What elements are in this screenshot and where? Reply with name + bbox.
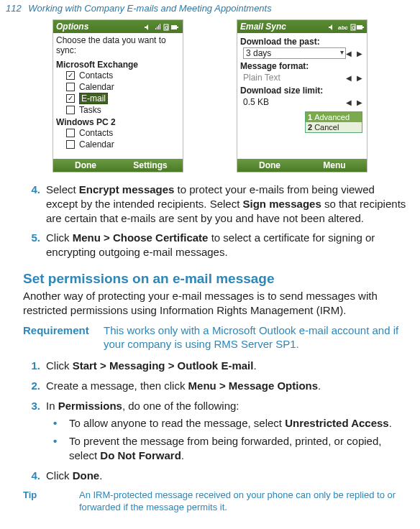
tip-value: An IRM-protected message received on you… [79,489,407,513]
download-past-field[interactable]: 3 days ◀ ▶ [243,47,364,60]
text: Click [46,469,73,482]
dropdown-value[interactable]: 3 days [243,47,346,59]
item-label: Contacts [79,70,113,80]
list-item[interactable]: Tasks [66,104,180,116]
step-1: 1. Click Start > Messaging > Outlook E-m… [43,359,407,373]
menu-item-advanced[interactable]: 1Advanced [306,112,362,122]
step-number: 1. [23,359,40,373]
checkbox-icon[interactable] [66,71,75,80]
step-3: 3. In Permissions, do one of the followi… [43,399,407,463]
softkey-done[interactable]: Done [53,159,118,172]
spinner-arrows-icon[interactable]: ◀ ▶ [346,98,364,106]
phone-titlebar: Email Sync abc G [237,20,367,33]
svg-text:G: G [352,25,356,30]
text: Click [46,231,73,244]
checkbox-icon[interactable] [66,83,75,91]
checkbox-icon[interactable] [66,106,75,114]
menu-num: 2 [308,123,312,132]
requirement-value: This works only with a Microsoft Outlook… [104,323,407,352]
section-windows-pc2: Windows PC 2 [56,117,180,127]
steps-list-top: 4. Select Encrypt messages to protect yo… [23,183,407,259]
checkbox-icon[interactable] [66,140,75,149]
step-number: 4. [23,183,40,197]
menu-label: Advanced [314,113,350,121]
bold-text: Done [73,469,100,482]
phone-body: Choose the data you want to sync: Micros… [53,33,183,159]
text: . [99,469,102,482]
page-number: 112 [6,3,22,14]
list-item[interactable]: Contacts [66,127,180,139]
softkey-menu[interactable]: Menu [302,159,367,172]
softkey-bar: Done Menu [237,159,367,172]
screenshot-row: Options G Choose the data you want to sy… [6,19,414,172]
tip-note: Tip An IRM-protected message received on… [23,489,407,513]
text: . [181,449,184,461]
sync-instruction: Choose the data you want to sync: [56,35,180,55]
step-number: 3. [23,399,40,413]
bold-text: Encrypt messages [79,183,175,196]
phone-body: Download the past: 3 days ◀ ▶ Message fo… [237,33,367,159]
requirement-note: Requirement This works only with a Micro… [23,323,407,352]
page-header: 112 Working with Company E-mails and Mee… [6,3,414,14]
popup-menu-area: 1Advanced 2Cancel [240,109,364,133]
softkey-bar: Done Settings [53,159,183,172]
step-number: 4. [23,469,40,483]
svg-rect-8 [362,27,364,28]
list-item[interactable]: Calendar [66,139,180,150]
svg-rect-3 [177,27,178,28]
text: . [318,380,321,392]
download-size-field[interactable]: 0.5 KB ◀ ▶ [243,96,364,109]
text: Create a message, then click [46,380,188,392]
list-item[interactable]: Calendar [66,81,180,93]
svg-text:G: G [165,25,169,30]
step-2: 2. Create a message, then click Menu > M… [43,379,407,393]
requirement-key: Requirement [23,323,104,352]
bold-text: Menu > Message Options [188,380,318,392]
svg-rect-2 [171,25,177,29]
softkey-settings[interactable]: Settings [118,159,183,172]
step-number: 5. [23,231,40,245]
sound-icon [328,23,335,30]
bullet-list: To allow anyone to read the message, sel… [46,416,407,463]
spinner-arrows-icon[interactable]: ◀ ▶ [346,50,364,58]
list-item[interactable]: Contacts [66,70,180,81]
menu-num: 1 [308,113,312,121]
sound-icon [144,23,151,30]
bold-text: Permissions [58,400,122,412]
popup-menu: 1Advanced 2Cancel [305,111,362,133]
field-label: Download size limit: [240,86,364,96]
item-label: Contacts [79,128,113,138]
step-number: 2. [23,379,40,393]
svg-text:abc: abc [338,24,348,31]
item-label: Calendar [79,139,114,150]
checkbox-icon[interactable] [66,129,75,137]
item-label: Tasks [79,105,101,115]
section-paragraph: Another way of protecting your e-mail me… [23,289,407,318]
text: . [389,417,392,429]
tip-key: Tip [23,489,79,513]
field-label: Download the past: [240,37,364,47]
svg-rect-7 [357,25,362,29]
field-value: Plain Text [243,73,346,83]
bold-text: Sign messages [243,198,321,210]
item-label: Calendar [79,82,114,92]
steps-list-permissions: 1. Click Start > Messaging > Outlook E-m… [23,359,407,483]
softkey-done[interactable]: Done [237,159,302,172]
checkbox-icon[interactable] [66,94,75,103]
message-format-field[interactable]: Plain Text ◀ ▶ [243,71,364,84]
bold-text: Do Not Forward [100,449,181,461]
document-body: 4. Select Encrypt messages to protect yo… [6,183,414,513]
section-microsoft-exchange: Microsoft Exchange [56,60,180,70]
list-item[interactable]: E-mail [66,93,180,104]
page-header-title: Working with Company E-mails and Meeting… [28,3,271,14]
input-mode-battery-icon: abc G [338,23,364,30]
bullet-unrestricted: To allow anyone to read the message, sel… [66,416,407,431]
step-4: 4. Select Encrypt messages to protect yo… [43,183,407,225]
step-5: 5. Click Menu > Choose Certificate to se… [43,231,407,259]
signal-battery-icon: G [154,23,180,30]
bold-text: Menu > Choose Certificate [73,231,209,244]
text: Select [46,183,79,196]
field-value: 0.5 KB [243,97,346,107]
options-screenshot: Options G Choose the data you want to sy… [52,19,183,172]
menu-item-cancel[interactable]: 2Cancel [306,122,362,132]
